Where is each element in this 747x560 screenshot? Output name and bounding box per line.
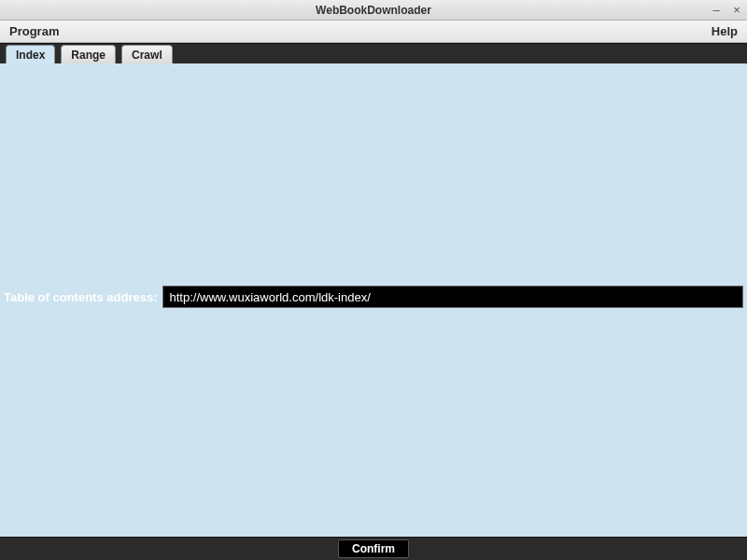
confirm-button[interactable]: Confirm — [338, 539, 409, 558]
minimize-icon[interactable]: – — [710, 4, 723, 16]
menu-program[interactable]: Program — [6, 22, 63, 40]
window-controls: – × — [710, 0, 743, 20]
address-label: Table of contents address: — [4, 290, 157, 304]
address-input[interactable] — [162, 286, 743, 308]
tab-strip: Index Range Crawl — [0, 43, 747, 63]
address-row: Table of contents address: — [4, 286, 743, 308]
tab-crawl[interactable]: Crawl — [121, 45, 173, 63]
menubar: Program Help — [0, 21, 747, 43]
content-area: Table of contents address: — [0, 63, 747, 537]
menu-help[interactable]: Help — [708, 22, 741, 40]
close-icon[interactable]: × — [730, 4, 743, 16]
window-title: WebBookDownloader — [316, 4, 431, 17]
tab-index[interactable]: Index — [6, 45, 55, 63]
footer: Confirm — [0, 537, 747, 560]
titlebar: WebBookDownloader – × — [0, 0, 747, 21]
tab-range[interactable]: Range — [61, 45, 116, 63]
